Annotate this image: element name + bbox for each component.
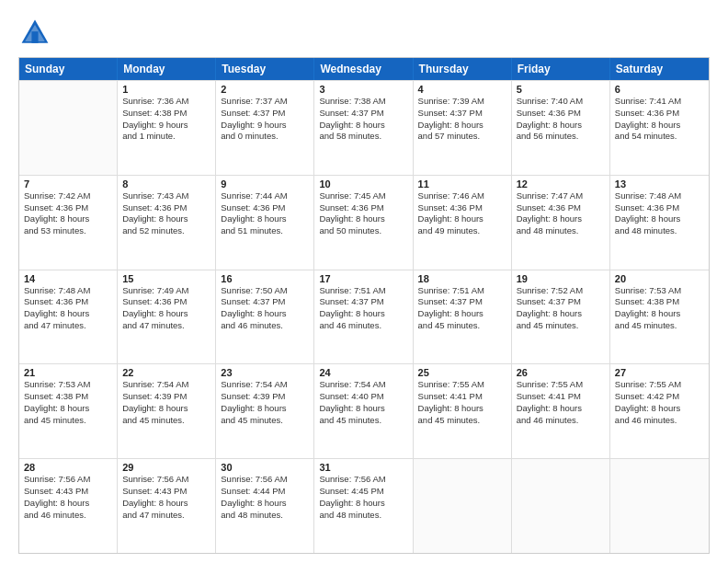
cell-info-line: Sunset: 4:36 PM [122,202,210,214]
cell-info-line: Sunrise: 7:46 AM [418,190,506,202]
day-number: 19 [517,273,605,284]
cell-info-line: Daylight: 8 hours [24,498,112,510]
cell-info-line: and 52 minutes. [122,225,210,237]
day-number: 13 [615,178,704,190]
cell-info-line: Daylight: 8 hours [122,308,210,320]
cell-info-line: and 45 minutes. [24,415,112,427]
cell-info-line: and 47 minutes. [122,510,210,522]
cell-info-line: Sunrise: 7:40 AM [517,96,605,108]
weekday-header-tuesday: Tuesday [216,58,314,80]
calendar-row-3: 21Sunrise: 7:53 AMSunset: 4:38 PMDayligh… [19,363,709,458]
day-number: 30 [221,462,309,473]
cell-info-line: and 45 minutes. [319,415,407,427]
cell-info-line: Sunset: 4:44 PM [221,486,309,498]
cell-info-line: Sunrise: 7:55 AM [615,379,704,391]
calendar-day-10: 10Sunrise: 7:45 AMSunset: 4:36 PMDayligh… [314,176,413,270]
cell-info-line: Sunset: 4:37 PM [319,296,407,308]
cell-info-line: and 45 minutes. [418,415,506,427]
cell-info-line: Daylight: 8 hours [24,308,112,320]
cell-info-line: and 46 minutes. [221,320,309,332]
cell-info-line: Daylight: 8 hours [122,498,210,510]
cell-info-line: Sunrise: 7:54 AM [319,379,407,391]
cell-info-line: Sunrise: 7:56 AM [122,474,210,486]
cell-info-line: Sunset: 4:37 PM [418,296,506,308]
day-number: 3 [319,84,407,95]
cell-info-line: and 58 minutes. [319,131,407,143]
calendar-day-9: 9Sunrise: 7:44 AMSunset: 4:36 PMDaylight… [216,176,314,270]
cell-info-line: Daylight: 8 hours [517,308,605,320]
day-number: 4 [418,84,506,95]
cell-info-line: Sunset: 4:42 PM [615,391,704,403]
cell-info-line: Sunrise: 7:50 AM [221,285,309,297]
day-number: 1 [122,84,210,95]
cell-info-line: Sunrise: 7:55 AM [418,379,506,391]
weekday-header-saturday: Saturday [610,58,709,80]
cell-info-line: Daylight: 8 hours [418,403,506,415]
cell-info-line: Daylight: 8 hours [418,120,506,132]
calendar-day-16: 16Sunrise: 7:50 AMSunset: 4:37 PMDayligh… [216,270,314,364]
day-number: 25 [418,367,506,378]
weekday-header-wednesday: Wednesday [314,58,413,80]
day-number: 8 [122,178,210,190]
cell-info-line: Sunset: 4:41 PM [418,391,506,403]
cell-info-line: and 48 minutes. [615,225,704,237]
cell-info-line: and 0 minutes. [221,131,309,143]
day-number: 31 [319,462,407,473]
cell-info-line: Sunrise: 7:37 AM [221,96,309,108]
cell-info-line: Sunrise: 7:56 AM [24,474,112,486]
cell-info-line: Daylight: 8 hours [615,308,704,320]
cell-info-line: Daylight: 9 hours [122,120,210,132]
calendar-empty-cell [19,81,118,175]
calendar-day-17: 17Sunrise: 7:51 AMSunset: 4:37 PMDayligh… [314,270,413,364]
cell-info-line: Sunrise: 7:56 AM [221,474,309,486]
cell-info-line: Sunrise: 7:51 AM [418,285,506,297]
calendar-day-24: 24Sunrise: 7:54 AMSunset: 4:40 PMDayligh… [314,364,413,458]
cell-info-line: Sunrise: 7:41 AM [615,96,704,108]
calendar-day-3: 3Sunrise: 7:38 AMSunset: 4:37 PMDaylight… [314,81,413,175]
day-number: 24 [319,367,407,378]
calendar-empty-cell [610,459,709,553]
calendar-day-5: 5Sunrise: 7:40 AMSunset: 4:36 PMDaylight… [512,81,610,175]
cell-info-line: Daylight: 8 hours [221,308,309,320]
cell-info-line: Daylight: 9 hours [221,120,309,132]
cell-info-line: Sunset: 4:38 PM [122,108,210,120]
cell-info-line: Daylight: 8 hours [122,403,210,415]
cell-info-line: Sunrise: 7:53 AM [24,379,112,391]
cell-info-line: Daylight: 8 hours [221,403,309,415]
cell-info-line: Daylight: 8 hours [615,120,704,132]
cell-info-line: Daylight: 8 hours [319,498,407,510]
day-number: 20 [615,273,704,284]
calendar-day-29: 29Sunrise: 7:56 AMSunset: 4:43 PMDayligh… [118,459,216,553]
calendar-day-4: 4Sunrise: 7:39 AMSunset: 4:37 PMDaylight… [414,81,512,175]
day-number: 12 [517,178,605,190]
cell-info-line: and 45 minutes. [615,320,704,332]
cell-info-line: Sunset: 4:39 PM [221,391,309,403]
day-number: 16 [221,273,309,284]
cell-info-line: Daylight: 8 hours [517,403,605,415]
day-number: 28 [24,462,112,473]
day-number: 18 [418,273,506,284]
cell-info-line: Sunset: 4:45 PM [319,486,407,498]
cell-info-line: Daylight: 8 hours [221,213,309,225]
cell-info-line: Sunrise: 7:42 AM [24,190,112,202]
cell-info-line: Sunrise: 7:47 AM [517,190,605,202]
day-number: 22 [122,367,210,378]
cell-info-line: Sunrise: 7:48 AM [24,285,112,297]
calendar-day-11: 11Sunrise: 7:46 AMSunset: 4:36 PMDayligh… [414,176,512,270]
cell-info-line: Sunset: 4:36 PM [615,202,704,214]
cell-info-line: Daylight: 8 hours [24,403,112,415]
cell-info-line: Sunrise: 7:43 AM [122,190,210,202]
weekday-header-monday: Monday [118,58,216,80]
day-number: 6 [615,84,704,95]
calendar-row-1: 7Sunrise: 7:42 AMSunset: 4:36 PMDaylight… [19,175,709,270]
cell-info-line: Sunrise: 7:38 AM [319,96,407,108]
calendar-day-23: 23Sunrise: 7:54 AMSunset: 4:39 PMDayligh… [216,364,314,458]
cell-info-line: Daylight: 8 hours [517,213,605,225]
cell-info-line: and 45 minutes. [418,320,506,332]
cell-info-line: Daylight: 8 hours [418,213,506,225]
cell-info-line: and 46 minutes. [24,510,112,522]
svg-rect-2 [31,31,38,43]
day-number: 29 [122,462,210,473]
calendar-day-19: 19Sunrise: 7:52 AMSunset: 4:37 PMDayligh… [512,270,610,364]
cell-info-line: Daylight: 8 hours [319,308,407,320]
